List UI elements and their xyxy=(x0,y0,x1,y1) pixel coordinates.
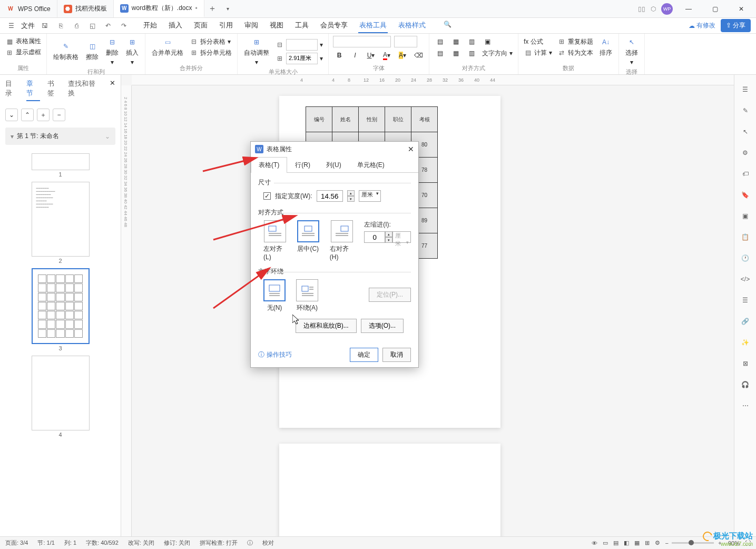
menu-tab-table-tools[interactable]: 表格工具 xyxy=(358,18,388,33)
rt-bookmark-icon[interactable]: 🔖 xyxy=(739,189,752,201)
rt-pencil-icon[interactable]: ✎ xyxy=(739,104,752,117)
border-shading-button[interactable]: 边框和底纹(B)... xyxy=(296,319,357,333)
document-tab[interactable]: W word教程（新）.docx • xyxy=(114,0,204,17)
wrap-around-option[interactable]: 环绕(A) xyxy=(296,279,318,312)
status-chars[interactable]: 字数: 40/592 xyxy=(86,539,119,547)
cancel-button[interactable]: 取消 xyxy=(382,348,411,362)
maximize-button[interactable]: ▢ xyxy=(704,1,725,17)
indent-unit-select[interactable]: 厘米 xyxy=(392,231,411,243)
font-family-select[interactable] xyxy=(333,36,391,47)
undo-icon[interactable]: ↶ xyxy=(102,20,114,32)
align-mc-button[interactable]: ▦ xyxy=(449,47,462,59)
page-thumbnail-4[interactable] xyxy=(32,356,90,430)
rt-link-icon[interactable]: 🔗 xyxy=(739,315,752,328)
draw-table-button[interactable]: ✎绘制表格 xyxy=(51,40,81,63)
sidepanel-close-button[interactable]: ✕ xyxy=(110,79,115,101)
page-thumbnail-3[interactable] xyxy=(32,268,90,344)
dialog-tab-column[interactable]: 列(U) xyxy=(318,157,349,173)
view-eye-icon[interactable]: 👁 xyxy=(592,540,597,546)
menu-tab-table-style[interactable]: 表格样式 xyxy=(397,18,427,33)
calculate-button[interactable]: ▤计算▾ xyxy=(523,47,553,58)
zoom-out-button[interactable]: − xyxy=(665,540,669,546)
merge-cells-button[interactable]: ▭合并单元格 xyxy=(150,36,185,58)
rt-boxx-icon[interactable]: ⊠ xyxy=(739,357,752,370)
status-proof-icon[interactable]: ⓘ xyxy=(247,539,253,547)
hamburger-icon[interactable]: ☰ xyxy=(5,20,17,32)
settings-gear-icon[interactable]: ⚙ xyxy=(655,540,660,546)
table-header-cell[interactable]: 性别 xyxy=(359,107,385,132)
width-unit-select[interactable]: 厘米 xyxy=(359,190,381,202)
clear-format-button[interactable]: ⌫ xyxy=(412,50,425,61)
width-spin-down[interactable]: ▾ xyxy=(347,196,355,202)
rt-hamburger-icon[interactable]: ☰ xyxy=(739,83,752,96)
export-icon[interactable]: ⎘ xyxy=(55,20,66,32)
zoom-thumb[interactable] xyxy=(689,540,694,545)
layout-icon[interactable]: ▯▯ xyxy=(638,5,645,13)
menu-tab-page[interactable]: 页面 xyxy=(193,18,209,33)
underline-button[interactable]: U▾ xyxy=(365,50,377,61)
split-table-button[interactable]: ⊟拆分表格▾ xyxy=(189,36,233,47)
print-preview-icon[interactable]: ◱ xyxy=(86,20,98,32)
indent-input[interactable] xyxy=(364,231,385,243)
menu-tab-reference[interactable]: 引用 xyxy=(218,18,234,33)
tab-dropdown[interactable]: ▾ xyxy=(220,0,236,17)
wrap-none-option[interactable]: 无(N) xyxy=(263,279,286,312)
view-outline-icon[interactable]: ▦ xyxy=(634,540,640,546)
align-tl-button[interactable]: ▤ xyxy=(434,36,446,47)
view-read-icon[interactable]: ▭ xyxy=(603,540,608,546)
search-icon[interactable]: 🔍 xyxy=(441,18,453,30)
bold-button[interactable]: B xyxy=(333,50,346,61)
app-title-tab[interactable]: W WPS Office xyxy=(0,0,57,17)
dialog-tab-cell[interactable]: 单元格(E) xyxy=(349,157,392,173)
align-left-option[interactable]: 左对齐(L) xyxy=(263,220,287,261)
align-ml-button[interactable]: ▤ xyxy=(434,47,446,59)
sp-tab-bookmark[interactable]: 书签 xyxy=(47,79,61,101)
rt-more-icon[interactable]: ⋯ xyxy=(739,399,752,412)
align-mr-button[interactable]: ▥ xyxy=(465,47,478,59)
align-center-option[interactable]: 居中(C) xyxy=(297,220,319,261)
menu-tab-tools[interactable]: 工具 xyxy=(294,18,310,33)
tips-link[interactable]: ⓘ操作技巧 xyxy=(258,350,292,359)
rt-settings-icon[interactable]: ⚙ xyxy=(739,146,752,159)
table-header-cell[interactable]: 姓名 xyxy=(332,107,359,132)
auto-fit-button[interactable]: ⊞自动调整▾ xyxy=(242,36,271,67)
rt-clock-icon[interactable]: 🕐 xyxy=(739,252,752,264)
formula-button[interactable]: fx 公式 xyxy=(523,36,553,47)
user-avatar[interactable]: WP xyxy=(661,3,673,15)
ok-button[interactable]: 确定 xyxy=(350,348,378,362)
remove-section-button[interactable]: − xyxy=(53,109,65,121)
table-header-cell[interactable]: 编号 xyxy=(306,107,332,132)
status-revise[interactable]: 改写: 关闭 xyxy=(128,539,154,547)
sp-tab-findreplace[interactable]: 查找和替换 xyxy=(68,79,102,101)
select-button[interactable]: ↖选择▾ xyxy=(623,36,640,67)
delete-button[interactable]: ⊟删除▾ xyxy=(104,36,121,67)
share-button[interactable]: ⇪ 分享 xyxy=(721,19,751,32)
rt-select-icon[interactable]: ↖ xyxy=(739,125,752,138)
view-grid-icon[interactable]: ⊞ xyxy=(645,540,650,546)
indent-spin-up[interactable]: ▴ xyxy=(385,231,392,237)
template-tab[interactable]: ⬣ 找稻壳模板 xyxy=(57,0,114,17)
minimize-button[interactable]: — xyxy=(678,1,699,17)
spec-width-checkbox[interactable]: ✓ xyxy=(263,192,271,200)
rt-support-icon[interactable]: 🎧 xyxy=(739,378,752,391)
rt-image-icon[interactable]: ▣ xyxy=(739,210,752,222)
file-menu[interactable]: 文件 xyxy=(21,21,35,31)
menu-tab-start[interactable]: 开始 xyxy=(142,18,158,33)
dialog-tab-table[interactable]: 表格(T) xyxy=(251,157,287,173)
align-right-option[interactable]: 右对齐(H) xyxy=(330,220,354,261)
show-gridlines-button[interactable]: ⊞显示虚框 xyxy=(4,47,42,58)
save-icon[interactable]: 🖫 xyxy=(39,20,51,32)
options-button[interactable]: 选项(O)... xyxy=(361,319,404,333)
status-column[interactable]: 列: 1 xyxy=(64,539,76,547)
table-row[interactable]: 编号 姓名 性别 职位 考核 xyxy=(306,107,438,132)
rt-list-icon[interactable]: ☰ xyxy=(739,294,752,307)
status-spell[interactable]: 拼写检查: 打开 xyxy=(200,539,238,547)
window-close-button[interactable]: ✕ xyxy=(731,1,752,17)
status-section[interactable]: 节: 1/1 xyxy=(37,539,54,547)
highlight-button[interactable]: A▾ xyxy=(396,50,409,61)
split-cells-button[interactable]: ⊞拆分单元格 xyxy=(189,47,233,58)
width-input[interactable] xyxy=(317,190,343,202)
menu-tab-review[interactable]: 审阅 xyxy=(243,18,259,33)
convert-text-button[interactable]: ⇄转为文本 xyxy=(556,47,594,58)
row-height-input[interactable] xyxy=(286,39,318,51)
